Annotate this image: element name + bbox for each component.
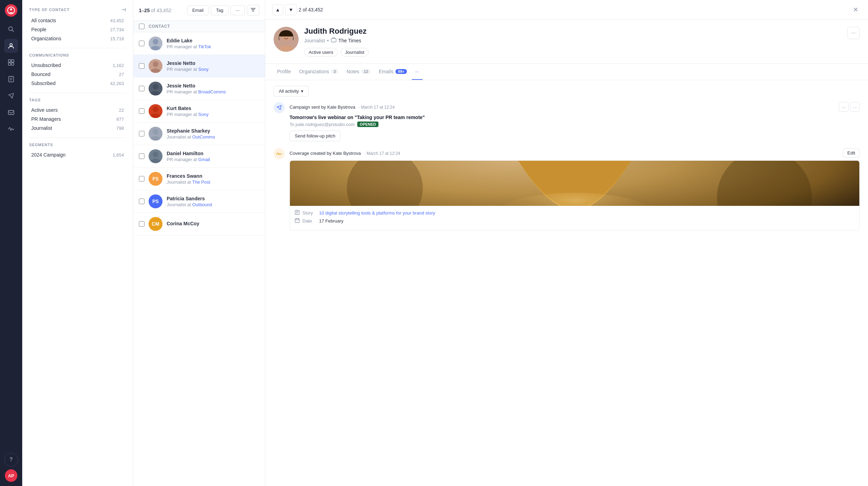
svg-line-3: [12, 30, 14, 32]
contact-checkbox[interactable]: [139, 131, 144, 136]
contact-row[interactable]: Kurt Bates PR manager at Sony: [133, 100, 265, 123]
tab-emails[interactable]: Emails 99+: [375, 64, 410, 80]
tag-badge: Active users: [304, 48, 338, 57]
campaign-icon: [274, 102, 285, 113]
activity-feed: All activity ▾ Campaign sent by Kate Bys…: [265, 80, 868, 486]
nav-email[interactable]: [4, 106, 18, 119]
activity-item: Coverage created by Kate Bystrova · Marc…: [274, 148, 860, 231]
contact-row[interactable]: Eddie Lake PR manager at TikTok: [133, 32, 265, 55]
svg-point-23: [153, 107, 158, 112]
contact-info: Eddie Lake PR manager at TikTok: [167, 38, 259, 49]
nav-search[interactable]: [4, 22, 18, 36]
contact-row[interactable]: CM Corina McCoy: [133, 213, 265, 235]
activity-action-dots-1[interactable]: ···: [839, 102, 849, 112]
contact-row[interactable]: PS Patricia Sanders Journalist at Outbou…: [133, 190, 265, 213]
contact-checkbox[interactable]: [139, 199, 144, 204]
email-action-button[interactable]: Email: [187, 5, 209, 15]
tab-notes[interactable]: Notes 12: [343, 64, 374, 80]
next-contact-button[interactable]: ▼: [285, 4, 297, 15]
sidebar-item-bounced[interactable]: Bounced 27: [29, 70, 126, 79]
profile-avatar: [274, 27, 299, 52]
app-logo[interactable]: [5, 4, 17, 17]
contact-row[interactable]: Daniel Hamilton PR manager at Gmail: [133, 145, 265, 168]
date-icon: [295, 218, 300, 224]
contact-info: Patricia Sanders Journalist at Outbound: [167, 196, 259, 207]
profile-more-button[interactable]: ···: [847, 27, 860, 39]
nav-book[interactable]: [4, 72, 18, 86]
company-link[interactable]: Sony: [198, 67, 209, 72]
activity-title: Campaign sent by Kate Bystrova: [290, 104, 355, 110]
contact-row[interactable]: Stephanie Sharkey Journalist at OutComms: [133, 123, 265, 145]
close-detail-button[interactable]: ✕: [850, 4, 861, 15]
contact-row[interactable]: Jessie Netto PR manager at Sony: [133, 55, 265, 77]
contact-row[interactable]: FS Frances Swann Journalist at The Post: [133, 168, 265, 190]
sidebar-item-unsubscribed[interactable]: Unsubscribed 1,162: [29, 61, 126, 70]
nav-user-avatar[interactable]: AP: [5, 469, 17, 482]
select-all-checkbox[interactable]: [139, 24, 144, 29]
sidebar-item-people[interactable]: People 27,734: [29, 25, 126, 34]
sidebar-item-organizations[interactable]: Organizations 15,718: [29, 34, 126, 43]
prev-contact-button[interactable]: ▲: [272, 4, 283, 15]
nav-activity[interactable]: [4, 122, 18, 136]
svg-point-28: [151, 159, 160, 163]
company-link[interactable]: The Post: [192, 179, 210, 185]
contact-position: 2 of 43,452: [299, 7, 323, 12]
nav-campaigns[interactable]: [4, 89, 18, 103]
contact-checkbox[interactable]: [139, 86, 144, 91]
coverage-story-link[interactable]: 10 digital storytelling tools & platform…: [319, 210, 435, 216]
contact-checkbox[interactable]: [139, 176, 144, 182]
profile-info: Judith Rodriguez Journalist • The Times …: [304, 27, 842, 57]
svg-point-18: [151, 46, 160, 50]
nav-help[interactable]: ?: [4, 453, 18, 467]
contact-avatar: CM: [149, 217, 162, 231]
activity-action-dots-2[interactable]: ···: [850, 102, 860, 112]
detail-navigation: ▲ ▼ 2 of 43,452: [272, 4, 323, 15]
activity-icon-column: [274, 102, 285, 141]
svg-rect-47: [295, 219, 299, 223]
activity-time: · March 17 at 12:24: [364, 151, 400, 156]
sidebar-item-active-users[interactable]: Active users 22: [29, 106, 126, 115]
svg-rect-6: [11, 60, 14, 62]
sidebar-item-all-contacts[interactable]: All contacts 43,452: [29, 16, 126, 25]
activity-filter-button[interactable]: All activity ▾: [274, 86, 309, 97]
contact-checkbox[interactable]: [139, 221, 144, 227]
sidebar-item-pr-managers[interactable]: PR Managers 877: [29, 115, 126, 124]
sidebar-item-2024-campaign[interactable]: 2024 Campaign 1,654: [29, 150, 126, 159]
contact-avatar: [149, 59, 162, 73]
activity-header-row: Campaign sent by Kate Bystrova · March 1…: [290, 102, 860, 112]
edit-coverage-button[interactable]: Edit: [843, 148, 860, 158]
nav-contacts[interactable]: [4, 39, 18, 53]
tab-more[interactable]: ···: [412, 64, 423, 80]
contact-checkbox[interactable]: [139, 63, 144, 69]
svg-point-26: [151, 136, 160, 141]
company-link[interactable]: TikTok: [198, 44, 211, 49]
contact-checkbox[interactable]: [139, 41, 144, 46]
contact-row[interactable]: Jessie Netto PR manager at BroadComms: [133, 77, 265, 100]
tag-badge: Journalist: [341, 48, 369, 57]
contact-list-actions: Email Tag ···: [187, 5, 259, 16]
svg-rect-13: [8, 110, 14, 115]
more-actions-button[interactable]: ···: [231, 5, 245, 15]
collapse-icon[interactable]: ⊣: [122, 7, 126, 12]
tab-organizations[interactable]: Organizations 3: [296, 64, 342, 80]
contact-avatar: [149, 149, 162, 163]
activity-icon-column: [274, 148, 285, 231]
svg-rect-8: [11, 63, 14, 65]
tag-action-button[interactable]: Tag: [211, 5, 228, 15]
send-follow-up-button[interactable]: Send follow-up pitch: [290, 131, 341, 141]
company-link[interactable]: Sony: [198, 112, 209, 117]
tab-profile[interactable]: Profile: [274, 64, 294, 80]
company-link[interactable]: OutComms: [192, 134, 215, 140]
contact-checkbox[interactable]: [139, 108, 144, 114]
filter-button[interactable]: [247, 5, 259, 16]
company-link[interactable]: BroadComms: [198, 89, 226, 94]
contact-checkbox[interactable]: [139, 153, 144, 159]
company-link[interactable]: Outbound: [192, 202, 212, 207]
nav-segments[interactable]: [4, 56, 18, 69]
sidebar-communications-section: COMMUNICATIONS Unsubscribed 1,162 Bounce…: [29, 53, 126, 88]
sidebar-item-subscribed[interactable]: Subscribed 42,263: [29, 79, 126, 88]
sidebar: TYPE OF CONTACT ⊣ All contacts 43,452 Pe…: [22, 0, 133, 486]
company-link[interactable]: Gmail: [198, 157, 210, 162]
sidebar-item-journalist[interactable]: Journalist 798: [29, 124, 126, 133]
svg-point-27: [153, 152, 158, 157]
